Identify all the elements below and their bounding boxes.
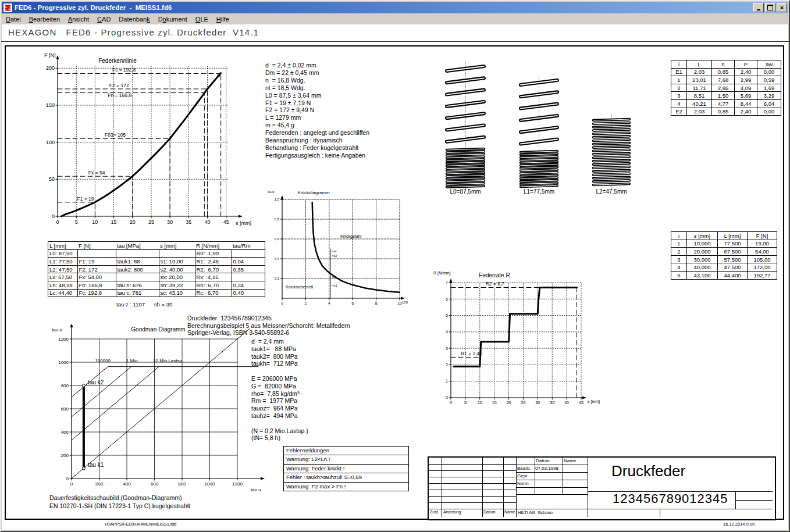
titleblock-name-header: Name	[564, 458, 576, 463]
menu-item-ansicht[interactable]: Ansicht	[64, 15, 93, 24]
titleblock-line	[563, 458, 563, 494]
page-title: HEXAGON FED6 - Progressive zyl. Druckfed…	[8, 27, 259, 37]
svg-text:Knickgefahr: Knickgefahr	[340, 234, 362, 239]
error-box-title: Fehlermeldungen	[284, 447, 408, 455]
table-row: L1: 77,50F1: 19tauk1: 88s1: 10,00R1: 2,4…	[48, 258, 265, 266]
minimize-icon	[757, 9, 760, 10]
error-message: Warnung: L2<Ln !	[284, 455, 408, 463]
close-button[interactable]: ×	[777, 3, 787, 12]
menu-item-datenbank[interactable]: Datenbank	[115, 15, 154, 24]
svg-text:R2 = 6,7: R2 = 6,7	[486, 281, 505, 287]
table-cell: Lc: 44,40	[48, 289, 78, 297]
svg-text:L0=87,5mm: L0=87,5mm	[450, 188, 481, 195]
titleblock-line	[735, 500, 773, 501]
application-window: FED6 - Progressive zyl. Druckfeder - MEI…	[0, 0, 790, 532]
svg-text:Fn = 166,8: Fn = 166,8	[108, 92, 131, 98]
spring-parameter-line: F2 = 172 ± 9,49 N	[265, 106, 369, 114]
menu-item-bearbeiten[interactable]: Bearbeiten	[25, 15, 64, 24]
table-cell: sx: 20,00	[159, 273, 195, 281]
error-message: Warnung: F2 max > Fn !	[284, 482, 408, 491]
menu-item-cad[interactable]: CAD	[93, 15, 115, 24]
table-cell: 4,77	[712, 99, 735, 108]
reference-line: Berechnungsbeispiel 5 aus Meissner/Schor…	[187, 322, 350, 330]
table-cell: 2,03	[687, 68, 712, 76]
table-cell: sn: 39,22	[159, 281, 195, 289]
svg-text:Goodman-Diagramm: Goodman-Diagramm	[131, 326, 185, 333]
spring-parameter-line: m = 45,4 g	[265, 122, 369, 129]
titleblock-datum-header: Datum	[536, 458, 550, 463]
svg-text:F2 = 172: F2 = 172	[109, 83, 129, 88]
table-cell: s1: 10,00	[159, 258, 195, 266]
svg-text:Federrate R: Federrate R	[479, 272, 510, 279]
maximize-button[interactable]	[765, 3, 775, 12]
titleblock-line	[516, 480, 588, 480]
svg-text:L2=47,5mm: L2=47,5mm	[596, 188, 627, 195]
goodman-caption-line: Dauerfestigkeitsschaubild (Goodman-Diagr…	[49, 494, 190, 502]
svg-text:20: 20	[130, 219, 136, 225]
column-header: aw	[757, 60, 781, 69]
points-table: is [mm]L [mm]F [N]110,00077,50019,00220,…	[671, 231, 777, 280]
table-cell: 5,69	[735, 92, 757, 100]
table-cell: 0,00	[757, 108, 781, 116]
table-cell: 192,77	[748, 271, 777, 279]
spring-parameter-line: Dm = 22 ± 0,45 mm	[265, 69, 369, 77]
titleblock-line	[482, 458, 483, 517]
svg-text:0: 0	[446, 395, 448, 399]
table-cell: 7,68	[712, 76, 735, 84]
column-header: F [N]	[77, 242, 116, 250]
menu-item-dokument[interactable]: Dokument	[154, 15, 191, 24]
minimize-button[interactable]	[753, 3, 764, 12]
table-row: 440,214,778,446,04	[671, 99, 781, 108]
table-row: E12,030,852,400,00	[671, 68, 781, 76]
svg-text:<s1: <s1	[332, 284, 338, 287]
titleblock-gepr-label: Gepr.	[517, 473, 529, 479]
table-cell: 20,000	[687, 248, 718, 256]
table-cell: 0,35	[232, 265, 265, 273]
table-cell: 2,40	[735, 108, 757, 116]
menu-item-ole[interactable]: OLE	[191, 15, 212, 24]
svg-text:tau o: tau o	[52, 327, 62, 333]
svg-text:Knicksicherheit: Knicksicherheit	[286, 285, 313, 289]
title-bar[interactable]: FED6 - Progressive zyl. Druckfeder - MEI…	[2, 2, 788, 13]
drawing-title: Druckfeder	[611, 462, 685, 480]
table-cell: Rx: 4,15	[195, 273, 232, 281]
svg-text:1: 1	[446, 379, 448, 383]
table-cell: tauk1: 88	[116, 258, 159, 266]
svg-text:600: 600	[61, 406, 69, 412]
titleblock-aenderung-label: Änderung	[443, 510, 461, 514]
svg-text:R [N/mm]: R [N/mm]	[433, 271, 451, 276]
svg-text:25: 25	[148, 219, 154, 225]
svg-text:s/L0: s/L0	[268, 190, 275, 194]
svg-text:150: 150	[46, 102, 55, 108]
svg-text:100000: 100000	[95, 358, 111, 363]
svg-text:15: 15	[111, 219, 117, 225]
svg-text:400: 400	[123, 481, 131, 487]
svg-text:<sc: <sc	[332, 249, 337, 253]
svg-text:1,0: 1,0	[275, 198, 280, 201]
table-cell: s2: 40,00	[159, 265, 195, 273]
svg-text:25: 25	[521, 401, 526, 405]
table-cell: 172,00	[748, 263, 777, 272]
table-cell: 1	[671, 240, 687, 248]
table-cell: tau c: 781	[116, 289, 159, 297]
material-line	[251, 367, 308, 375]
svg-text:10: 10	[478, 401, 482, 405]
table-cell: 23,01	[687, 76, 712, 84]
table-cell: 1	[671, 76, 687, 84]
table-row: L2: 47,50F2: 172tauk2: 800s2: 40,00R2: 6…	[48, 265, 265, 273]
menu-item-datei[interactable]: Datei	[2, 15, 25, 24]
menu-item-hilfe[interactable]: Hilfe	[212, 15, 233, 24]
material-line: (N = 0,2 Mio.Lastsp.)	[251, 427, 308, 435]
table-cell: 6,04	[757, 99, 781, 108]
table-cell: 54,00	[748, 248, 777, 256]
federrate-chart: R2 = 6,7R1 = 2,4605101520253035404501234…	[432, 269, 602, 408]
material-line: tauk1= 88 MPa	[251, 345, 308, 353]
table-row: 38,511,505,693,29	[671, 92, 781, 100]
svg-text:<s2: <s2	[332, 254, 338, 258]
titleblock-line	[588, 491, 773, 492]
svg-text:30: 30	[167, 219, 173, 225]
column-header: P	[735, 60, 757, 69]
titleblock-datum2-label: Datum	[483, 510, 496, 514]
titleblock-zust-label: Zust.	[430, 510, 439, 514]
table-cell: 10,000	[687, 240, 718, 248]
